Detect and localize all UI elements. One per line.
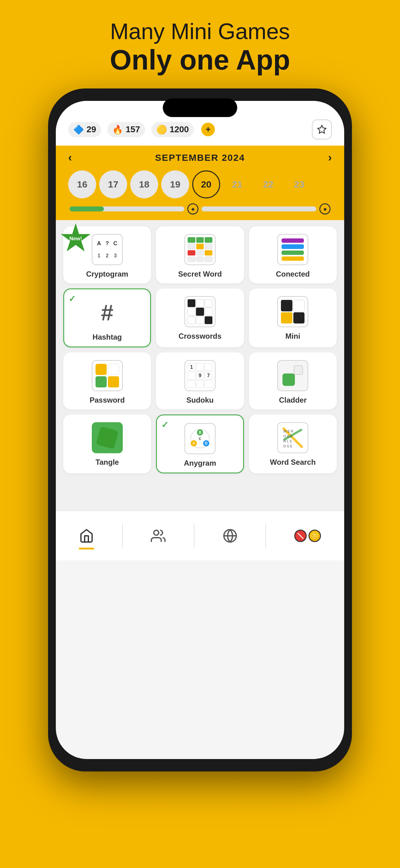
game-card-secretword[interactable]: Secret Word	[156, 226, 244, 283]
game-card-cladder[interactable]: Cladder	[249, 352, 337, 409]
friends-icon	[151, 528, 166, 543]
tangle-label: Tangle	[96, 458, 119, 467]
game-card-hashtag[interactable]: ✓ # Hashtag	[63, 288, 151, 347]
game-card-password[interactable]: Password	[63, 352, 151, 409]
progress-track	[69, 207, 184, 211]
game-card-crosswords[interactable]: Crosswords	[156, 288, 244, 347]
svg-text:D: D	[205, 441, 208, 445]
nav-media[interactable]: 🪙	[288, 527, 327, 545]
home-icon	[79, 528, 94, 543]
svg-text:R L S: R L S	[284, 439, 292, 443]
globe-icon	[223, 528, 237, 543]
date-21[interactable]: 21	[223, 170, 251, 198]
screen: 🔷 29 🔥 157 🟡 1200 + ‹ SEPTE	[56, 101, 344, 759]
coin-icon: 🪙	[308, 530, 321, 542]
date-20-selected[interactable]: 20	[192, 170, 220, 198]
game-card-connected[interactable]: Conected	[249, 226, 337, 283]
svg-text:W E R: W E R	[284, 429, 293, 433]
date-16[interactable]: 16	[68, 170, 96, 198]
hashtag-icon: #	[90, 296, 124, 330]
sudoku-icon: 1 9 7	[183, 359, 217, 393]
game-card-mini[interactable]: Mini	[249, 288, 337, 347]
add-coins-button[interactable]: +	[201, 123, 215, 136]
crosswords-label: Crosswords	[178, 332, 222, 341]
game-card-wordsearch[interactable]: W E R O A D R L S D S E Word Search	[249, 414, 337, 473]
anygram-label: Anygram	[184, 459, 216, 468]
calendar-nav: ‹ SEPTEMBER 2024 ›	[68, 151, 332, 164]
nav-friends[interactable]	[144, 525, 172, 547]
month-title: SEPTEMBER 2024	[155, 152, 245, 163]
headline1: Many Mini Games	[110, 19, 290, 44]
nav-divider-3	[265, 523, 266, 548]
progress-dot-left	[187, 203, 198, 215]
coins-value: 1200	[170, 124, 189, 134]
progress-fill	[69, 207, 104, 211]
coins-icon: 🟡	[156, 124, 167, 135]
phone-frame: 🔷 29 🔥 157 🟡 1200 + ‹ SEPTE	[48, 89, 352, 771]
settings-button[interactable]	[312, 120, 332, 140]
password-icon	[90, 359, 124, 393]
no-video-icon	[294, 530, 307, 542]
fire-pill: 🔥 157	[107, 122, 145, 137]
headline2: Only one App	[110, 44, 290, 76]
hashtag-label: Hashtag	[92, 333, 122, 341]
wordsearch-icon: W E R O A D R L S D S E	[276, 421, 310, 455]
mini-icon	[276, 294, 310, 329]
tangle-icon	[90, 421, 124, 455]
progress-bar-row	[68, 203, 332, 215]
progress-dot-right	[320, 203, 331, 215]
date-22[interactable]: 22	[254, 170, 282, 198]
prev-month-button[interactable]: ‹	[68, 151, 72, 164]
top-text-area: Many Mini Games Only one App	[110, 19, 290, 76]
svg-text:D S E: D S E	[284, 444, 292, 448]
cryptogram-icon: A ? C 1 2 3	[90, 232, 124, 267]
date-18[interactable]: 18	[130, 170, 158, 198]
streak-value: 29	[87, 124, 96, 134]
streak-pill: 🔷 29	[68, 122, 101, 137]
anygram-checkmark: ✓	[161, 420, 168, 430]
secretword-label: Secret Word	[178, 270, 222, 278]
progress-track-right	[202, 207, 316, 211]
fire-value: 157	[126, 124, 140, 134]
game-card-sudoku[interactable]: 1 9 7 Sudoku	[156, 352, 244, 409]
date-17[interactable]: 17	[99, 170, 127, 198]
anygram-icon: B A D C	[183, 422, 217, 456]
sudoku-label: Sudoku	[186, 396, 214, 404]
nav-home[interactable]	[73, 525, 100, 547]
nav-divider-2	[194, 523, 194, 548]
dynamic-island	[163, 98, 237, 117]
nav-globe[interactable]	[216, 525, 244, 547]
coins-pill: 🟡 1200	[151, 122, 194, 137]
svg-text:A: A	[193, 441, 195, 445]
games-grid: A ? C 1 2 3 Cryptogram	[63, 226, 337, 473]
date-23[interactable]: 23	[285, 170, 313, 198]
cladder-icon	[276, 359, 310, 393]
connected-icon	[276, 232, 310, 267]
cryptogram-label: Cryptogram	[86, 270, 128, 278]
crosswords-icon	[183, 294, 217, 329]
hashtag-checkmark: ✓	[69, 294, 76, 304]
svg-text:O A D: O A D	[284, 434, 292, 438]
game-card-tangle[interactable]: Tangle	[63, 414, 151, 473]
secretword-icon	[183, 232, 217, 267]
bottom-nav: 🪙	[56, 511, 344, 560]
next-month-button[interactable]: ›	[328, 151, 332, 164]
mini-label: Mini	[285, 332, 300, 341]
games-area: New! A ? C 1 2 3 Cryptog	[56, 220, 344, 479]
svg-text:B: B	[199, 430, 202, 435]
nav-divider-1	[122, 523, 123, 548]
streak-icon: 🔷	[73, 124, 84, 135]
game-card-anygram[interactable]: ✓ B A D C	[156, 414, 244, 473]
svg-text:C: C	[199, 437, 201, 440]
svg-point-13	[154, 530, 159, 535]
connected-label: Conected	[276, 270, 310, 278]
date-19[interactable]: 19	[161, 170, 189, 198]
fire-icon: 🔥	[112, 124, 123, 135]
wordsearch-label: Word Search	[270, 458, 316, 467]
cladder-label: Cladder	[279, 396, 307, 404]
media-icons: 🪙	[294, 530, 321, 542]
calendar-dates: 16 17 18 19 20 21 22 23	[68, 170, 332, 198]
scroll-space	[56, 479, 344, 511]
svg-marker-0	[318, 125, 326, 133]
calendar-section: ‹ SEPTEMBER 2024 › 16 17 18 19 20 21 22 …	[56, 146, 344, 220]
